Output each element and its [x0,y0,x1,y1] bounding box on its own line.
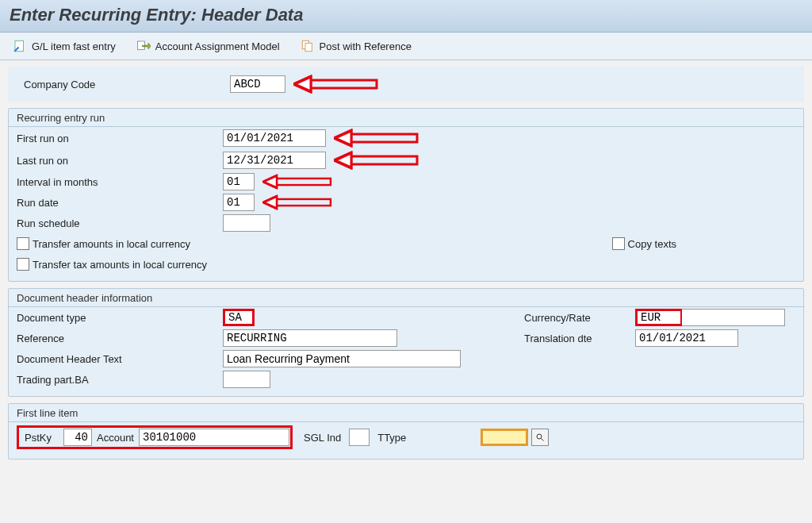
trading-ba-input[interactable] [223,371,270,388]
run-date-label: Run date [17,197,223,209]
trading-ba-label: Trading part.BA [17,374,223,386]
search-icon [535,433,545,442]
model-arrow-icon [136,39,151,53]
rate-input[interactable] [682,309,785,326]
reference-label: Reference [17,333,223,344]
acct-assignment-model-label: Account Assignment Model [155,40,280,52]
copy-texts-label: Copy texts [628,238,676,250]
doc-type-label: Document type [17,312,223,324]
header-text-input[interactable] [223,350,461,367]
toolbar: G/L item fast entry Account Assignment M… [0,33,812,60]
run-schedule-label: Run schedule [17,217,223,229]
doc-header-title: Document header information [9,289,803,307]
post-with-reference-label: Post with Reference [320,40,412,52]
line-item-highlight: PstKy Account [17,425,293,449]
svg-point-7 [537,434,542,439]
first-run-input[interactable] [223,129,326,147]
annotation-arrow-icon [262,174,334,190]
transfer-tax-checkbox[interactable] [17,258,29,271]
copy-sheets-icon [301,39,315,53]
gl-fast-entry-label: G/L item fast entry [32,40,116,52]
annotation-arrow-icon [262,194,334,210]
interval-label: Interval in months [17,176,223,188]
annotation-arrow-icon [293,75,381,94]
transfer-tax-label: Transfer tax amounts in local currency [33,259,207,271]
doc-header-section: Document header information Document typ… [8,288,804,397]
annotation-arrow-icon [334,151,421,170]
sgl-ind-input[interactable] [349,429,370,446]
transfer-local-label: Transfer amounts in local currency [33,238,190,250]
doc-type-input[interactable] [223,309,255,326]
annotation-arrow-icon [334,129,421,148]
sgl-ind-label: SGL Ind [296,432,346,444]
pstky-label: PstKy [20,432,63,444]
gl-fast-entry-button[interactable]: G/L item fast entry [10,37,119,55]
acct-assignment-model-button[interactable]: Account Assignment Model [133,37,283,55]
recurring-section-title: Recurring entry run [9,109,803,127]
company-code-label: Company Code [24,79,230,90]
run-schedule-input[interactable] [223,214,270,232]
pencil-sheet-icon [13,39,27,53]
translation-dte-label: Translation dte [524,333,635,344]
last-run-input[interactable] [223,152,326,169]
ttype-label: TType [373,432,411,444]
currency-input[interactable] [635,309,683,326]
header-text-label: Document Header Text [17,353,223,365]
reference-input[interactable] [223,329,397,347]
translation-dte-input[interactable] [635,329,738,347]
first-line-item-title: First line item [9,404,803,422]
interval-input[interactable] [223,173,255,190]
pstky-input[interactable] [63,429,92,446]
page-title: Enter Recurring Entry: Header Data [10,5,802,25]
first-run-label: First run on [17,133,223,144]
first-line-item-section: First line item PstKy Account SGL Ind TT… [8,403,804,460]
account-label: Account [92,432,139,444]
svg-line-8 [542,439,544,441]
transfer-local-checkbox[interactable] [17,237,29,250]
recurring-entry-section: Recurring entry run First run on Last ru… [8,108,804,282]
ttype-search-help-button[interactable] [531,429,549,446]
currency-label: Currency/Rate [524,312,635,324]
svg-rect-6 [305,43,312,52]
copy-texts-checkbox[interactable] [612,237,625,250]
last-run-label: Last run on [17,155,223,167]
title-bar: Enter Recurring Entry: Header Data [0,0,812,33]
post-with-reference-button[interactable]: Post with Reference [297,37,415,55]
company-code-row: Company Code [8,67,804,102]
run-date-input[interactable] [223,194,255,211]
company-code-input[interactable] [230,75,285,93]
ttype-input[interactable] [481,429,528,446]
account-input[interactable] [139,429,289,446]
